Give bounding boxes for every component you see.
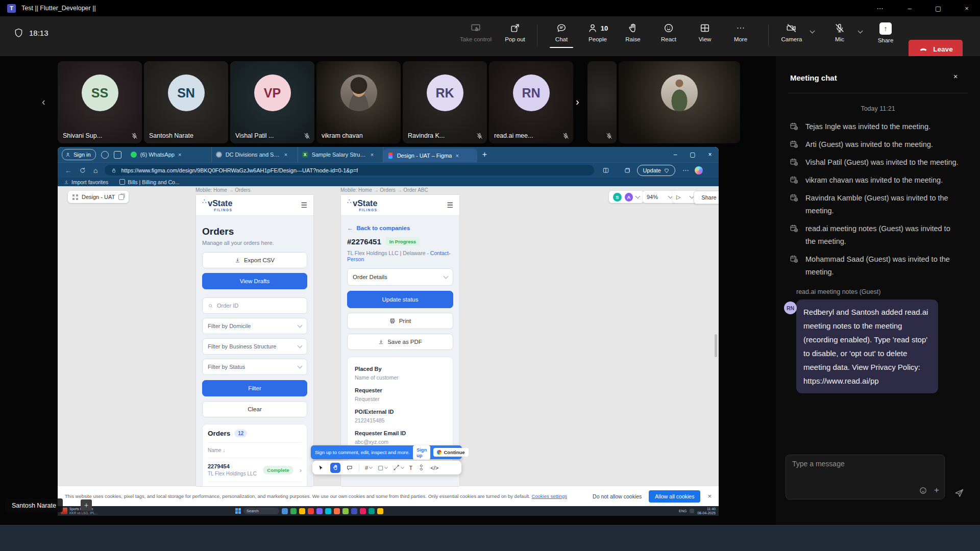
comment-tool-icon[interactable]: [346, 464, 353, 471]
figma-file-chip[interactable]: Design - UAT: [68, 191, 129, 203]
participant-tile[interactable]: RK Ravindra K...: [403, 61, 487, 143]
order-row[interactable]: 2279451TL Flex Holdings LLC Complete ›: [208, 482, 302, 487]
shared-language-indicator[interactable]: ENG: [679, 509, 687, 513]
pinned-app-icon[interactable]: [308, 508, 314, 514]
hamburger-menu-icon[interactable]: ☰: [447, 201, 453, 209]
mic-options-chevron-icon[interactable]: [858, 29, 863, 34]
cookie-close-icon[interactable]: ×: [707, 492, 712, 500]
pinned-app-icon[interactable]: [334, 508, 340, 514]
camera-options-chevron-icon[interactable]: [810, 29, 815, 34]
order-id-search-input[interactable]: Order ID: [202, 297, 307, 314]
participant-tile[interactable]: vikram chavan: [316, 61, 401, 143]
news-widget[interactable]: Sports Headline KKR vs LSG, IPL...: [61, 507, 97, 515]
figma-canvas[interactable]: Design - UAT S A 94% ▷ Share Mobile: Hom…: [58, 186, 719, 486]
collections-icon[interactable]: [624, 167, 631, 174]
url-bar[interactable]: https://www.figma.com/design/9BKQ0FOHRWa…: [105, 165, 594, 176]
participant-tile[interactable]: SN Santosh Narate: [144, 61, 228, 143]
participant-tile-partial[interactable]: [587, 61, 617, 143]
participant-tile[interactable]: VP Vishal Patil ...: [230, 61, 314, 143]
frame-label[interactable]: Mobile: Home → Orders → Order ABC: [340, 187, 428, 193]
tab-close-icon[interactable]: ×: [455, 153, 458, 159]
frame-label[interactable]: Mobile: Home → Orders: [195, 187, 251, 193]
back-to-companies-link[interactable]: ← Back to companies: [347, 216, 453, 231]
hamburger-menu-icon[interactable]: ☰: [301, 201, 307, 209]
text-tool[interactable]: T: [409, 465, 413, 471]
next-participants-icon[interactable]: ›: [576, 96, 579, 108]
pinned-app-icon[interactable]: [316, 508, 323, 514]
move-tool-icon[interactable]: [317, 464, 325, 471]
tab-actions-icon[interactable]: [114, 151, 121, 159]
save-as-pdf-button[interactable]: Save as PDF: [347, 334, 453, 350]
maximize-button[interactable]: ▢: [927, 0, 949, 16]
figma-collaborators[interactable]: S A: [609, 191, 644, 203]
tab-close-icon[interactable]: ×: [178, 152, 181, 158]
hand-tool-icon[interactable]: [330, 463, 340, 473]
column-header[interactable]: Name ↓: [208, 443, 302, 458]
browser-update-button[interactable]: Update: [637, 165, 675, 176]
people-button[interactable]: 10 People: [581, 22, 615, 42]
browser-close-button[interactable]: ×: [701, 147, 719, 162]
shared-clock[interactable]: 11:40 08-04-2025: [697, 507, 716, 515]
chat-button[interactable]: Chat: [545, 22, 578, 42]
figma-frame-order-detail[interactable]: ∴ vState FILINGS ☰ ← Back to companies: [340, 194, 460, 487]
frame-tool[interactable]: #: [365, 465, 372, 471]
workspaces-icon[interactable]: [101, 151, 109, 159]
pinned-app-icon[interactable]: [342, 508, 349, 514]
filter-domicile-select[interactable]: Filter by Domicile: [202, 318, 307, 334]
tab-close-icon[interactable]: ×: [371, 152, 374, 158]
print-button[interactable]: Print: [347, 313, 453, 329]
leave-button[interactable]: Leave: [909, 40, 963, 58]
browser-restore-button[interactable]: ▢: [684, 147, 701, 162]
previous-participants-icon[interactable]: ‹: [42, 96, 45, 108]
pinned-app-icon[interactable]: [299, 508, 305, 514]
raise-hand-button[interactable]: Raise: [616, 22, 650, 42]
pinned-app-icon[interactable]: [377, 508, 383, 514]
refresh-icon[interactable]: [79, 167, 86, 174]
import-favorites-item[interactable]: Import favorites: [64, 179, 108, 185]
pinned-app-icon[interactable]: [351, 508, 357, 514]
browser-tab-active[interactable]: Design - UAT – Figma ×: [383, 148, 477, 162]
clear-button[interactable]: Clear: [202, 401, 307, 417]
export-csv-button[interactable]: Export CSV: [202, 252, 307, 268]
close-button[interactable]: ×: [955, 0, 978, 16]
pinned-app-icon[interactable]: [369, 508, 375, 514]
favorite-bookmark-item[interactable]: Bills | Billing and Co...: [119, 179, 179, 185]
mic-button[interactable]: Mic: [823, 22, 856, 42]
split-screen-icon[interactable]: [602, 167, 609, 174]
participant-tile[interactable]: RN read.ai mee...: [489, 61, 573, 143]
google-continue-button[interactable]: Continue: [433, 448, 468, 457]
browser-minimize-button[interactable]: –: [667, 147, 684, 162]
emoji-icon[interactable]: [919, 486, 927, 495]
participant-tile-spotlight[interactable]: [619, 61, 740, 143]
filter-button[interactable]: Filter: [202, 380, 307, 396]
pinned-app-icon[interactable]: [282, 508, 288, 514]
order-details-select[interactable]: Order Details: [347, 268, 453, 286]
allow-cookies-button[interactable]: Allow all cookies: [649, 490, 700, 503]
new-tab-button[interactable]: +: [482, 150, 487, 159]
browser-more-icon[interactable]: ⋯: [682, 166, 689, 174]
connector-tool[interactable]: [393, 464, 404, 471]
pinned-app-icon[interactable]: [325, 508, 331, 514]
view-button[interactable]: View: [688, 22, 722, 42]
pinned-app-icon[interactable]: [290, 508, 297, 514]
figma-zoom-control[interactable]: 94%: [643, 191, 676, 203]
browser-tab[interactable]: X Sample Salary Structure with calc ×: [298, 147, 383, 162]
home-icon[interactable]: ⌂: [93, 166, 97, 174]
share-button[interactable]: ↑ Share: [869, 22, 902, 43]
deny-cookies-button[interactable]: Do not allow cookies: [593, 493, 642, 499]
cookie-settings-link[interactable]: Cookies settings: [531, 493, 567, 499]
shared-search-box[interactable]: Search: [243, 508, 279, 514]
send-icon[interactable]: [953, 487, 965, 498]
filter-business-structure-select[interactable]: Filter by Business Structure: [202, 338, 307, 355]
order-row[interactable]: 2279454TL Flex Holdings LLC Complete ›: [208, 458, 302, 482]
chat-input-box[interactable]: +: [786, 455, 945, 499]
browser-tab[interactable]: (6) WhatsApp ×: [127, 147, 212, 162]
canvas-scrollbar[interactable]: [715, 334, 717, 357]
figma-share-button[interactable]: Share: [694, 191, 719, 204]
titlebar-more-icon[interactable]: ⋯: [869, 0, 891, 16]
filter-status-select[interactable]: Filter by Status: [202, 359, 307, 375]
view-drafts-button[interactable]: View Drafts: [202, 273, 307, 289]
camera-button[interactable]: Camera: [775, 22, 808, 42]
update-status-button[interactable]: Update status: [347, 291, 453, 308]
browser-tab[interactable]: DC Divisions and Surroundings ×: [212, 147, 298, 162]
